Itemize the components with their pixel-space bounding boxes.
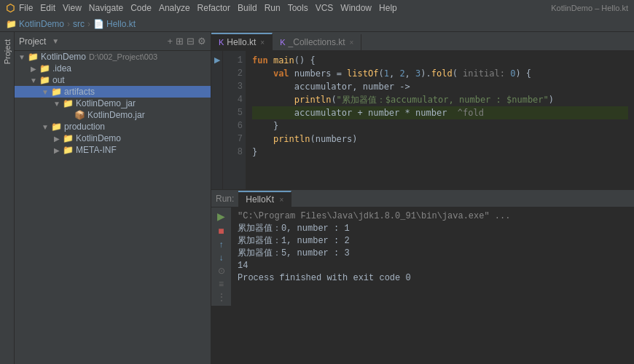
snapshot-btn[interactable]: ⊙ — [218, 266, 225, 276]
arrow-icon: ▼ — [17, 53, 26, 61]
title-bar: ⬡ File Edit View Navigate Code Analyze R… — [0, 0, 634, 16]
kotlin-file-icon: K — [219, 38, 224, 47]
menu-help[interactable]: Help — [379, 3, 397, 13]
folder-icon: 📁 — [63, 145, 74, 155]
tree-label: KotlinDemo_jar — [76, 98, 136, 108]
close-run-tab-btn[interactable]: × — [279, 196, 283, 204]
tree-item-kotlindemo-jar[interactable]: ▶ 📦 KotlinDemo.jar — [15, 109, 211, 121]
line-num-5: 5 — [223, 106, 243, 119]
tree-item-production-kotlindemo[interactable]: ▶ 📁 KotlinDemo — [15, 132, 211, 144]
line-num-7: 7 — [223, 132, 243, 146]
line-num-3: 3 — [223, 80, 243, 93]
scroll-down-btn[interactable]: ↓ — [219, 253, 224, 263]
run-tabs-bar: Run: HelloKt × — [211, 190, 634, 207]
folder-icon: 📁 — [63, 133, 74, 143]
menu-tools[interactable]: Tools — [288, 3, 308, 13]
print-btn[interactable]: ⊟ — [218, 305, 225, 306]
tree-label: KotlinDemo — [41, 52, 86, 62]
run-cmd-line: "C:\Program Files\Java\jdk1.8.0_91\bin\j… — [238, 210, 628, 223]
code-line-6: } — [252, 119, 628, 132]
list-btn[interactable]: ≡ — [219, 279, 224, 289]
scroll-up-btn[interactable]: ↑ — [219, 240, 224, 250]
line-num-2: 2 — [223, 67, 243, 80]
arrow-icon: ▼ — [41, 123, 50, 131]
arrow-icon: ▶ — [52, 135, 61, 143]
editor-gutter: ▶ — [211, 51, 223, 189]
line-num-6: 6 — [223, 119, 243, 132]
run-tab-label: HelloKt — [246, 194, 274, 205]
tab-collections-kt[interactable]: K _Collections.kt × — [273, 34, 361, 50]
tree-item-idea[interactable]: ▶ 📁 .idea — [15, 63, 211, 74]
code-line-2: val numbers = listOf(1, 2, 3).fold( init… — [252, 67, 628, 80]
stop-button[interactable]: ■ — [218, 225, 224, 237]
tree-label: out — [52, 75, 65, 85]
menu-window[interactable]: Window — [340, 3, 372, 13]
menu-navigate[interactable]: Navigate — [89, 3, 123, 13]
breadcrumb: 📁 KotlinDemo › src › 📄 Hello.kt — [0, 16, 634, 32]
kotlin-file-icon: K — [280, 38, 285, 47]
tab-hello-kt-label: Hello.kt — [227, 37, 256, 47]
panel-dropdown-arrow[interactable]: ▼ — [52, 37, 59, 45]
menu-code[interactable]: Code — [130, 3, 152, 13]
menu-edit[interactable]: Edit — [40, 3, 55, 13]
folder-icon: 📁 — [51, 87, 62, 97]
run-output-line-4: 14 — [238, 260, 628, 272]
run-output-line-1: 累加器值：0, number : 1 — [238, 223, 628, 235]
breadcrumb-file[interactable]: Hello.kt — [106, 19, 136, 29]
tree-label: KotlinDemo.jar — [87, 110, 145, 120]
tree-item-kotlindemo-jar-folder[interactable]: ▼ 📁 KotlinDemo_jar — [15, 98, 211, 109]
menu-view[interactable]: View — [63, 3, 82, 13]
code-editor: ▶ 1 2 3 4 5 6 7 8 fun main() { val numbe… — [211, 51, 634, 189]
code-line-3: accumulator, number -> — [252, 80, 628, 93]
breadcrumb-src[interactable]: src — [73, 19, 85, 29]
tree-item-meta-inf[interactable]: ▶ 📁 META-INF — [15, 144, 211, 156]
menu-refactor[interactable]: Refactor — [197, 3, 230, 13]
run-button[interactable]: ▶ — [217, 210, 225, 222]
menu-bar[interactable]: File Edit View Navigate Code Analyze Ref… — [19, 3, 397, 13]
menu-build[interactable]: Build — [238, 3, 257, 13]
close-hello-kt-btn[interactable]: × — [260, 39, 265, 47]
window-title: KotlinDemo – Hello.kt — [551, 4, 628, 12]
panel-settings-btn[interactable]: ⚙ — [197, 36, 206, 47]
arrow-icon: ▼ — [52, 100, 61, 108]
tree-label: production — [64, 122, 105, 132]
tab-collections-kt-label: _Collections.kt — [289, 37, 345, 47]
main-layout: Project Project ▼ + ⊞ ⊟ ⚙ ▼ 📁 KotlinDemo… — [0, 32, 634, 364]
menu-vcs[interactable]: VCS — [316, 3, 334, 13]
run-gutter-icon[interactable]: ▶ — [214, 55, 220, 65]
line-num-4: 4 — [223, 93, 243, 106]
tree-item-out[interactable]: ▼ 📁 out — [15, 74, 211, 86]
arrow-icon: ▶ — [29, 65, 38, 73]
tree-item-kotlindemo[interactable]: ▼ 📁 KotlinDemo D:\002_Project\003 — [15, 51, 211, 63]
project-tab-label[interactable]: Project — [1, 35, 13, 68]
line-num-8: 8 — [223, 146, 243, 159]
menu-analyze[interactable]: Analyze — [159, 3, 190, 13]
run-content: ▶ ■ ↑ ↓ ⊙ ≡ ⋮ ⊟ "C:\Program Files\Java\j… — [211, 207, 634, 306]
tree-label: KotlinDemo — [76, 133, 121, 143]
more-btn[interactable]: ⋮ — [217, 292, 226, 302]
menu-file[interactable]: File — [19, 3, 33, 13]
code-line-1: fun main() { — [252, 54, 628, 67]
right-area: K Hello.kt × K _Collections.kt × ▶ 1 2 3… — [211, 32, 634, 364]
tab-hello-kt[interactable]: K Hello.kt × — [211, 33, 273, 50]
tree-label: .idea — [52, 63, 71, 74]
folder-icon: 📁 — [63, 98, 74, 108]
code-area[interactable]: fun main() { val numbers = listOf(1, 2, … — [246, 51, 634, 189]
run-output-line-3: 累加器值：5, number : 3 — [238, 248, 628, 260]
tree-path: D:\002_Project\003 — [89, 52, 157, 61]
file-icon: 📄 — [93, 19, 104, 29]
folder-icon: 📁 — [39, 75, 50, 85]
breadcrumb-project[interactable]: KotlinDemo — [19, 19, 64, 29]
panel-add-btn[interactable]: + — [167, 36, 173, 47]
run-exit-status: Process finished with exit code 0 — [238, 272, 628, 285]
panel-expand-btn[interactable]: ⊞ — [176, 36, 184, 47]
project-tree[interactable]: ▼ 📁 KotlinDemo D:\002_Project\003 ▶ 📁 .i… — [15, 51, 211, 364]
code-line-7: println(numbers) — [252, 132, 628, 146]
run-tab-hellokT[interactable]: HelloKt × — [238, 191, 291, 207]
tree-item-production[interactable]: ▼ 📁 production — [15, 121, 211, 132]
jar-icon: 📦 — [74, 110, 85, 120]
menu-run[interactable]: Run — [265, 3, 281, 13]
panel-collapse-btn[interactable]: ⊟ — [187, 36, 195, 47]
tree-item-artifacts[interactable]: ▼ 📁 artifacts — [15, 86, 211, 98]
close-collections-kt-btn[interactable]: × — [350, 39, 354, 47]
